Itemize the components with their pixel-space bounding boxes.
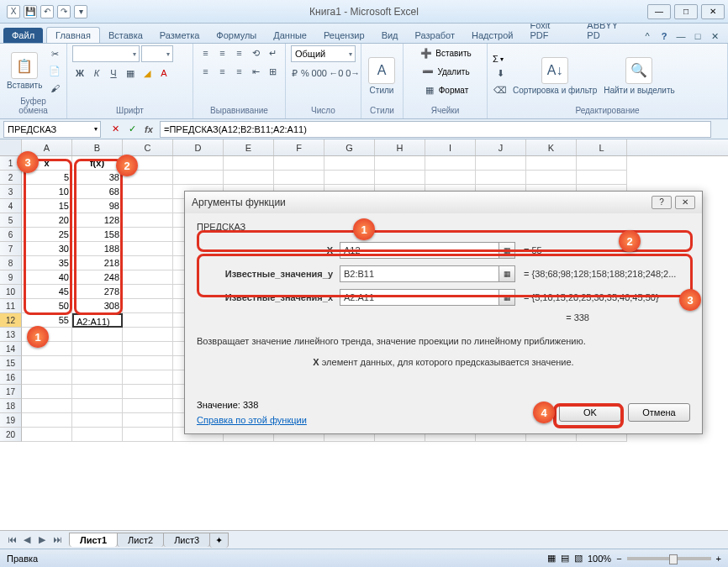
tab-addins[interactable]: Надстрой [463,28,521,43]
indent-dec-icon[interactable]: ⇤ [249,64,264,79]
sheet-first-icon[interactable]: ⏮ [5,534,18,545]
cell[interactable] [123,242,173,256]
ok-button[interactable]: OK [559,403,621,422]
cell[interactable]: 278 [72,285,123,299]
col-B[interactable]: B [72,139,123,155]
row-header[interactable]: 13 [0,328,22,342]
cell[interactable]: 10 [22,185,72,199]
dialog-help-button[interactable]: ? [652,196,672,209]
cell[interactable]: 188 [72,242,123,256]
cell[interactable] [123,413,173,428]
row-header[interactable]: 16 [0,370,22,385]
cell[interactable] [375,171,425,185]
cell[interactable]: 50 [22,299,72,313]
row-header[interactable]: 2 [0,171,22,185]
cell[interactable] [123,256,173,270]
sheet-last-icon[interactable]: ⏭ [50,534,64,545]
col-I[interactable]: I [425,139,476,155]
comma-icon[interactable]: 000 [312,66,327,81]
arg-input-kx[interactable]: A2:A11 [340,289,499,306]
zoom-level[interactable]: 100% [588,554,611,564]
row-header[interactable]: 1 [0,156,22,171]
tab-formulas[interactable]: Формулы [208,28,265,43]
save-icon[interactable]: 💾 [24,5,37,18]
doc-minimize-icon[interactable]: — [674,29,688,43]
border-icon[interactable]: ▦ [123,66,138,81]
cell[interactable] [22,399,72,413]
cell[interactable] [123,228,173,242]
col-J[interactable]: J [476,139,526,155]
ref-button-kx[interactable]: ▦ [499,289,515,306]
dialog-titlebar[interactable]: Аргументы функции ? ✕ [185,192,702,213]
row-header[interactable]: 8 [0,256,22,270]
cell[interactable]: 158 [72,228,123,242]
dialog-close-button[interactable]: ✕ [675,196,695,209]
cell[interactable] [577,171,627,185]
cell[interactable] [123,171,173,185]
tab-data[interactable]: Данные [265,28,315,43]
cell[interactable]: A2:A11) [72,313,123,328]
cell[interactable] [224,171,274,185]
close-button[interactable]: ✕ [701,4,725,19]
cell[interactable]: 45 [22,285,72,299]
find-select-button[interactable]: 🔍Найти и выделить [602,55,676,97]
col-A[interactable]: A [22,139,72,155]
font-color-icon[interactable]: A [156,66,171,81]
cell[interactable]: 30 [22,242,72,256]
cell[interactable] [375,156,425,171]
cell[interactable]: x [22,156,72,171]
cells-insert[interactable]: ➕Вставить [419,45,471,60]
cell[interactable] [123,428,173,442]
merge-icon[interactable]: ⊞ [266,64,281,79]
cell[interactable] [123,356,173,370]
fill-icon[interactable]: ⬇ [493,66,508,81]
redo-icon[interactable]: ↷ [57,5,71,18]
cell[interactable] [526,156,577,171]
view-normal-icon[interactable]: ▦ [547,553,556,564]
cell[interactable] [22,413,72,428]
zoom-out-icon[interactable]: − [616,554,621,564]
row-header[interactable]: 9 [0,270,22,285]
cell[interactable] [324,171,375,185]
cell[interactable] [123,370,173,385]
sheet-tab-1[interactable]: Лист1 [69,533,118,547]
bold-icon[interactable]: Ж [72,66,87,81]
cell[interactable] [123,399,173,413]
qat-more-icon[interactable]: ▾ [74,5,87,18]
formula-input[interactable]: =ПРЕДСКАЗ(A12;B2:B11;A2:A11) [160,121,711,138]
ref-button-y[interactable]: ▦ [499,265,515,282]
cell[interactable]: 5 [22,171,72,185]
align-center-icon[interactable]: ≡ [215,64,230,79]
view-break-icon[interactable]: ▧ [574,553,583,564]
cell[interactable]: 98 [72,199,123,213]
row-header[interactable]: 17 [0,385,22,399]
col-F[interactable]: F [274,139,324,155]
cell[interactable] [123,199,173,213]
cells-format[interactable]: ▦Формат [422,82,469,97]
col-H[interactable]: H [375,139,425,155]
row-header[interactable]: 19 [0,413,22,428]
row-header[interactable]: 6 [0,228,22,242]
tab-review[interactable]: Рецензир [315,28,373,43]
orientation-icon[interactable]: ⟲ [249,45,264,60]
cell[interactable] [123,313,173,328]
cell[interactable] [72,342,123,356]
arg-input-x[interactable]: A12 [340,242,499,259]
row-header[interactable]: 3 [0,185,22,199]
cell[interactable] [72,385,123,399]
copy-icon[interactable]: 📄 [47,64,62,79]
cell[interactable] [22,342,72,356]
enter-formula-icon[interactable]: ✓ [124,122,140,137]
font-size-combo[interactable] [141,45,173,62]
zoom-slider[interactable] [627,557,711,560]
minimize-button[interactable]: — [647,4,671,19]
currency-icon[interactable]: ₽ [291,66,298,81]
tab-home[interactable]: Главная [46,27,100,43]
cell[interactable] [123,285,173,299]
cell[interactable] [476,171,526,185]
help-icon[interactable]: ? [657,29,671,43]
cell[interactable]: 308 [72,299,123,313]
styles-button[interactable]: AСтили [367,55,397,97]
maximize-button[interactable]: □ [674,4,698,19]
align-left-icon[interactable]: ≡ [198,64,214,79]
